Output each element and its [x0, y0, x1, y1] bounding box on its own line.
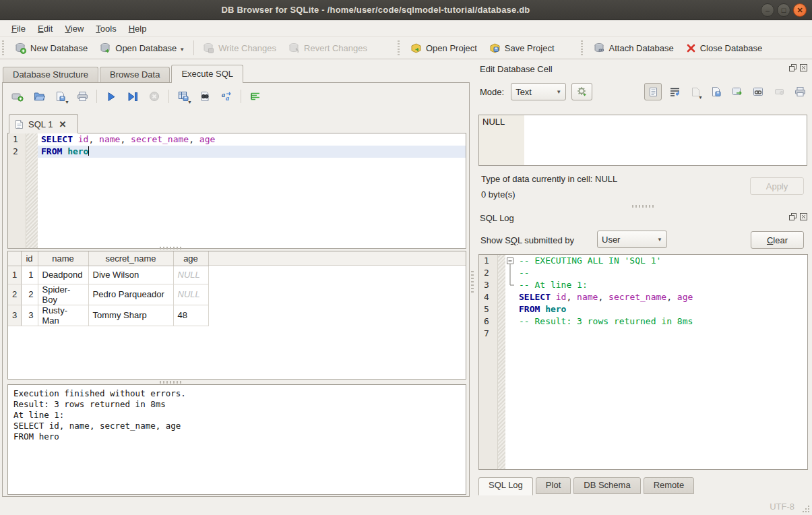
format-lines-button[interactable] — [246, 88, 265, 105]
menu-edit[interactable]: Edit — [32, 22, 59, 35]
code-line[interactable]: -- EXECUTING ALL IN 'SQL 1' — [516, 255, 807, 267]
cell-age[interactable]: NULL — [173, 284, 208, 305]
maximize-button[interactable]: □ — [777, 3, 790, 17]
cell-edit-area[interactable] — [524, 115, 807, 165]
print-sql-button[interactable] — [73, 88, 92, 105]
open-project-button[interactable]: Open Project — [404, 40, 483, 57]
cell-secret_name[interactable]: Dive Wilson — [88, 266, 173, 284]
cell-name[interactable]: Deadpond — [38, 266, 88, 284]
table-row[interactable]: 22Spider-BoyPedro ParqueadorNULL — [8, 284, 208, 305]
cell-id[interactable]: 2 — [21, 284, 38, 305]
dock-close-icon[interactable] — [799, 212, 808, 221]
sql-tab-close-icon[interactable]: ✕ — [59, 119, 66, 129]
cell-id[interactable]: 1 — [21, 266, 38, 284]
sql-source-combobox[interactable]: User ▼ — [597, 231, 667, 248]
auto-apply-button[interactable] — [571, 83, 592, 100]
code-line[interactable]: -- Result: 3 rows returned in 8ms — [516, 315, 807, 328]
new-database-button[interactable]: New Database — [9, 40, 94, 57]
open-database-button[interactable]: Open Database ▼ — [94, 40, 191, 57]
cell-age[interactable]: NULL — [173, 266, 208, 284]
editor-text-area[interactable]: SELECT id, name, secret_name, ageFROM he… — [38, 133, 466, 248]
tab-browse-data[interactable]: Browse Data — [100, 67, 170, 83]
code-line[interactable]: -- — [516, 267, 807, 279]
code-line[interactable]: SELECT id, name, secret_name, age — [516, 291, 807, 303]
results-grid[interactable]: idnamesecret_nameage11DeadpondDive Wilso… — [7, 251, 466, 380]
find-replace-button[interactable] — [195, 88, 214, 105]
print-cell-button[interactable] — [792, 83, 808, 100]
dock-float-icon[interactable] — [788, 212, 797, 221]
tab-execute-sql[interactable]: Execute SQL — [171, 65, 243, 83]
table-row[interactable]: 11DeadpondDive WilsonNULL — [8, 266, 208, 284]
word-wrap-button[interactable]: aa — [217, 88, 236, 105]
sql-editor[interactable]: 12 SELECT id, name, secret_name, ageFROM… — [7, 133, 466, 249]
execute-current-line-button[interactable] — [123, 88, 142, 105]
open-database-dropdown-caret[interactable]: ▼ — [179, 47, 185, 54]
tab-database-structure[interactable]: Database Structure — [3, 67, 98, 83]
toolbar-drag-handle[interactable] — [398, 40, 402, 55]
resize-grip[interactable] — [802, 505, 810, 513]
clear-log-button[interactable]: Clear — [751, 231, 804, 249]
row-number[interactable]: 1 — [8, 266, 21, 284]
cell-word-wrap-button[interactable] — [666, 83, 683, 100]
mode-combobox[interactable]: Text ▼ — [511, 83, 566, 100]
new-sql-tab-button[interactable] — [8, 88, 27, 105]
save-sql-file-button[interactable]: ▼ — [51, 88, 70, 105]
execute-all-button[interactable] — [102, 88, 121, 105]
dock-tab-remote[interactable]: Remote — [644, 477, 695, 494]
encoding-indicator[interactable]: UTF-8 — [770, 502, 794, 512]
corner-header[interactable] — [8, 251, 21, 266]
cell-secret_name[interactable]: Tommy Sharp — [88, 305, 173, 326]
dock-tab-sql-log[interactable]: SQL Log — [478, 477, 533, 495]
cell-secret_name[interactable]: Pedro Parqueador — [88, 284, 173, 305]
menu-file[interactable]: File — [5, 22, 32, 35]
cell-name[interactable]: Spider-Boy — [38, 284, 88, 305]
close-database-button[interactable]: Close Database — [680, 40, 769, 56]
column-header-age[interactable]: age — [173, 251, 208, 266]
row-number[interactable]: 3 — [8, 305, 21, 326]
menu-tools[interactable]: Tools — [90, 22, 122, 35]
menu-view[interactable]: View — [59, 22, 90, 35]
sql-log-view[interactable]: 1234567 -- EXECUTING ALL IN 'SQL 1'---- … — [478, 254, 808, 470]
minimize-button[interactable]: – — [761, 3, 774, 17]
column-header-secret_name[interactable]: secret_name — [88, 251, 173, 266]
dock-tab-plot[interactable]: Plot — [536, 477, 571, 494]
open-external-button[interactable] — [729, 83, 745, 100]
column-header-name[interactable]: name — [38, 251, 88, 266]
code-line[interactable] — [516, 328, 807, 340]
editor-results-splitter[interactable] — [160, 247, 183, 249]
dock-tab-db-schema[interactable]: DB Schema — [573, 477, 640, 494]
cell-name[interactable]: Rusty-Man — [38, 305, 88, 326]
open-sql-file-button[interactable] — [30, 88, 49, 105]
results-table[interactable]: idnamesecret_nameage11DeadpondDive Wilso… — [8, 251, 209, 326]
code-line[interactable]: SELECT id, name, secret_name, age — [38, 133, 466, 146]
row-number[interactable]: 2 — [8, 284, 21, 305]
sql-file-tab[interactable]: SQL 1 ✕ — [9, 114, 78, 133]
menu-help[interactable]: Help — [123, 22, 153, 35]
code-line[interactable]: FROM hero — [38, 146, 466, 158]
code-line[interactable]: -- At line 1: — [516, 279, 807, 291]
cell-value-editor[interactable]: NULL — [478, 115, 807, 166]
save-project-button[interactable]: Save Project — [483, 40, 561, 57]
table-row[interactable]: 33Rusty-ManTommy Sharp48 — [8, 305, 208, 326]
cell-age[interactable]: 48 — [173, 305, 208, 326]
toolbar-drag-handle[interactable] — [581, 40, 586, 55]
text-view-button[interactable] — [644, 83, 662, 100]
save-results-button[interactable]: ▼ — [174, 88, 193, 105]
dock-splitter[interactable] — [632, 205, 655, 208]
main-vertical-splitter[interactable] — [471, 270, 474, 293]
fold-marker[interactable] — [505, 255, 516, 267]
token-pl: , — [120, 134, 131, 144]
code-line[interactable]: FROM hero — [516, 303, 807, 315]
close-button[interactable]: ✕ — [793, 3, 807, 17]
copy-link-button[interactable] — [750, 83, 766, 100]
cell-id[interactable]: 3 — [21, 305, 38, 326]
column-header-id[interactable]: id — [21, 251, 38, 266]
toolbar-drag-handle[interactable] — [2, 40, 7, 55]
save-sql-dropdown-caret[interactable]: ▼ — [65, 100, 69, 104]
dock-float-icon[interactable] — [788, 63, 797, 72]
dock-close-icon[interactable] — [799, 63, 808, 72]
results-message-splitter[interactable] — [160, 381, 183, 384]
save-results-dropdown-caret[interactable]: ▼ — [187, 100, 192, 104]
export-text-button[interactable] — [708, 83, 724, 100]
attach-database-button[interactable]: Attach Database — [588, 40, 680, 57]
